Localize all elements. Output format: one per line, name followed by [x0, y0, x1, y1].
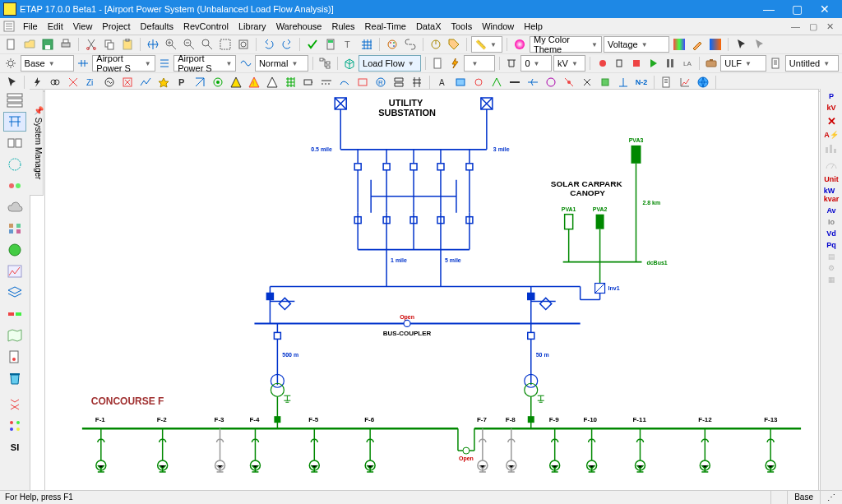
src-icon[interactable]: [101, 74, 118, 90]
ra-icon[interactable]: [192, 74, 208, 90]
tb-g-icon[interactable]: [543, 74, 559, 90]
rt-av[interactable]: Av: [826, 206, 835, 215]
rt-unit[interactable]: Unit: [824, 175, 839, 183]
config-combo[interactable]: Normal▼: [255, 55, 308, 72]
ptr-icon[interactable]: [3, 74, 20, 90]
si-icon[interactable]: SI: [3, 437, 26, 457]
la-icon[interactable]: LA: [679, 55, 695, 72]
star-view-icon[interactable]: [3, 155, 26, 174]
tb-h-icon[interactable]: [561, 74, 577, 90]
nminus2-icon[interactable]: N-2: [633, 74, 650, 90]
theme-wheel-icon[interactable]: [511, 36, 528, 53]
doc3-icon[interactable]: [3, 347, 26, 367]
rt-chart-icon[interactable]: [825, 142, 838, 155]
mdi-buttons[interactable]: — ▢ ✕: [786, 20, 842, 34]
p-letter-icon[interactable]: P: [173, 74, 190, 90]
rt-x-icon[interactable]: ✕: [827, 115, 836, 127]
panel-sched-icon[interactable]: [3, 133, 26, 153]
menu-file[interactable]: File: [18, 20, 43, 33]
map-icon[interactable]: [3, 326, 26, 345]
menu-edit[interactable]: Edit: [43, 20, 68, 33]
docgen-icon[interactable]: [768, 55, 784, 72]
play-icon[interactable]: [645, 55, 661, 72]
brush-icon[interactable]: [689, 36, 706, 53]
zoom-all-icon[interactable]: [235, 36, 252, 53]
close-button[interactable]: ✕: [811, 0, 839, 18]
tree-icon[interactable]: [317, 55, 333, 72]
rail-icon[interactable]: [409, 74, 425, 90]
rt-kv[interactable]: kV: [826, 104, 835, 112]
diagram-canvas[interactable]: UTILITY SUBSTATION 0.5 mile 3 mile: [44, 89, 819, 491]
ug-icon[interactable]: [3, 219, 26, 238]
study-combo[interactable]: Airport Power S▼: [173, 55, 236, 72]
text-icon[interactable]: T: [340, 36, 357, 53]
tb-a-icon[interactable]: A: [434, 74, 451, 90]
xfmr-icon[interactable]: [47, 74, 63, 90]
rly-icon[interactable]: R: [372, 74, 389, 90]
profile-icon[interactable]: [3, 261, 26, 281]
paste-icon[interactable]: [119, 36, 136, 53]
pt-icon[interactable]: [391, 74, 407, 90]
layers-icon[interactable]: [3, 283, 26, 303]
stop-icon[interactable]: [629, 55, 645, 72]
tb-b-icon[interactable]: [452, 74, 469, 90]
net-editor-icon[interactable]: [3, 90, 26, 110]
bolt-icon[interactable]: [447, 55, 463, 72]
tb-i-icon[interactable]: [579, 74, 595, 90]
tag-icon[interactable]: [446, 36, 462, 53]
menu-window[interactable]: Window: [477, 20, 519, 33]
globe-icon[interactable]: [695, 74, 711, 90]
link-icon[interactable]: [402, 36, 419, 53]
ms-icon[interactable]: [119, 74, 136, 90]
print-icon[interactable]: [58, 36, 74, 53]
gis-cloud-icon[interactable]: [3, 197, 26, 217]
swatch2[interactable]: [707, 36, 724, 53]
cut-icon[interactable]: [83, 36, 99, 53]
sr-icon[interactable]: [155, 74, 172, 90]
earth-icon[interactable]: [3, 240, 26, 260]
opt-icon[interactable]: [210, 74, 226, 90]
doc2-icon[interactable]: [659, 74, 675, 90]
chart-icon[interactable]: [677, 74, 693, 90]
dim-rg-icon[interactable]: [3, 304, 26, 324]
presentation-combo[interactable]: Airport Power S▼: [92, 55, 155, 72]
rt-a[interactable]: A⚡: [824, 131, 839, 139]
zoom-fit-icon[interactable]: [199, 36, 215, 53]
menu-help[interactable]: Help: [519, 20, 548, 33]
rt-io[interactable]: Io: [828, 218, 835, 226]
haz2-icon[interactable]: !: [246, 74, 262, 90]
batt-icon[interactable]: [300, 74, 317, 90]
swatch1[interactable]: [671, 36, 687, 53]
menu-view[interactable]: View: [68, 20, 98, 33]
wave-icon[interactable]: [238, 55, 253, 72]
menu-warehouse[interactable]: Warehouse: [271, 20, 327, 33]
menu-project[interactable]: Project: [97, 20, 135, 33]
rt-kwkvar[interactable]: kWkvar: [824, 187, 840, 203]
cube-icon[interactable]: [342, 55, 358, 72]
untitled-combo[interactable]: Untitled▼: [785, 55, 839, 72]
rt-misc3-icon[interactable]: ▦: [828, 275, 835, 284]
gndgrid-icon[interactable]: [282, 74, 298, 90]
zoom-out-icon[interactable]: [181, 36, 197, 53]
haz3-icon[interactable]: [264, 74, 280, 90]
voltage-combo[interactable]: Voltage▼: [604, 36, 669, 53]
themer-icon[interactable]: [384, 36, 400, 53]
system-manager-tab[interactable]: 📌 System Manager: [30, 89, 44, 196]
menu-rules[interactable]: Rules: [326, 20, 359, 33]
sld2-icon[interactable]: [157, 55, 173, 72]
tb-f-icon[interactable]: [525, 74, 541, 90]
dot-icon[interactable]: [594, 55, 610, 72]
tb-e-icon[interactable]: [507, 74, 523, 90]
save-icon[interactable]: [39, 36, 56, 53]
trash-icon[interactable]: [3, 368, 26, 388]
calc-icon[interactable]: [322, 36, 339, 53]
v0-combo[interactable]: 0▼: [520, 55, 552, 72]
tb-k-icon[interactable]: [615, 74, 632, 90]
zi-icon[interactable]: Zi: [83, 74, 99, 90]
mode-combo[interactable]: Load Flow▼: [359, 55, 421, 72]
cab-icon[interactable]: [336, 74, 353, 90]
rt-p[interactable]: P: [829, 92, 834, 100]
num-combo[interactable]: ▼: [464, 55, 495, 72]
dc-icon[interactable]: [318, 74, 335, 90]
flash-icon[interactable]: [29, 74, 45, 90]
